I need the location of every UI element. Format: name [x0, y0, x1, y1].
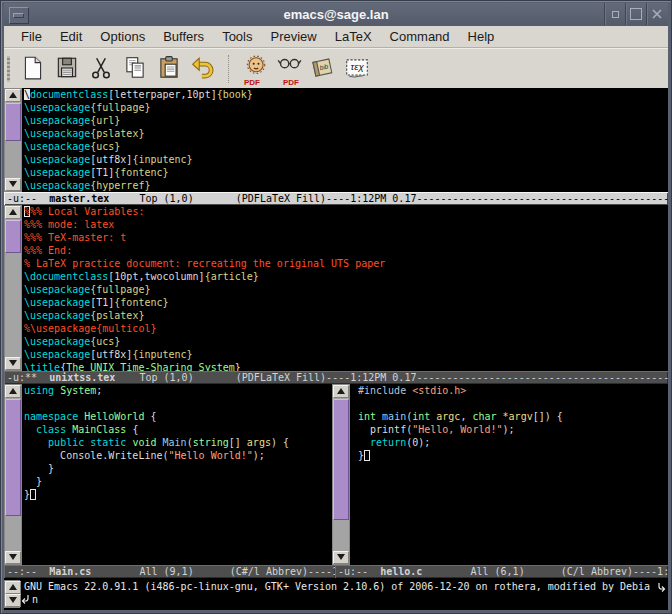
code-line: \usepackage{url} — [24, 114, 668, 127]
menu-preview[interactable]: Preview — [261, 27, 325, 46]
code-line: public static void Main(string[] args) { — [24, 436, 330, 449]
cut-button[interactable] — [87, 53, 115, 85]
emacs-frame: emacs@sage.lan File Edit Options Buffers… — [0, 0, 672, 614]
titlebar[interactable]: emacs@sage.lan — [4, 3, 668, 27]
code-line: %%% End: — [24, 244, 668, 257]
arrow-down-icon — [9, 181, 17, 187]
arrow-up-icon — [9, 388, 17, 394]
window-unixtss-tex: %%% Local Variables: %%% mode: latex%%% … — [4, 205, 668, 371]
scrollbar-track[interactable] — [333, 398, 349, 551]
scroll-up-button[interactable] — [5, 581, 21, 594]
scroll-up-button[interactable] — [5, 206, 21, 219]
code-line: int main(int argc, char *argv[]) { — [358, 410, 668, 423]
code-line: \usepackage{ucs} — [24, 335, 668, 348]
scrollbar-thumb[interactable] — [5, 103, 21, 141]
window-menu-button[interactable] — [9, 7, 29, 24]
code-line: %%% Local Variables: — [24, 205, 668, 218]
minibuffer-scrollbar[interactable] — [4, 580, 20, 608]
view-pdf-button[interactable]: PDF — [275, 53, 303, 85]
shade-button[interactable] — [604, 3, 625, 25]
scroll-up-button[interactable] — [333, 385, 349, 398]
maximize-button[interactable] — [625, 3, 646, 25]
code-line: Console.WriteLine("Hello World!"); — [24, 449, 330, 462]
cut-icon — [88, 55, 114, 81]
modeline-unixtss-tex[interactable]: -u:** unixtss.tex Top (1,0) (PDFLaTeX Fi… — [4, 371, 668, 384]
arrow-down-icon — [9, 597, 17, 603]
scrollbar-track[interactable] — [5, 219, 21, 357]
menu-latex[interactable]: LaTeX — [326, 27, 381, 46]
menu-command[interactable]: Command — [381, 27, 459, 46]
scroll-down-button[interactable] — [5, 178, 21, 191]
code-line: namespace HelloWorld { — [24, 410, 330, 423]
buffer-text-hello-c[interactable]: #include <stdio.h>int main(int argc, cha… — [358, 384, 668, 565]
window-menu-icon — [13, 13, 24, 18]
code-line: % LaTeX practice document: recreating th… — [24, 257, 668, 270]
code-line: using System; — [24, 384, 330, 397]
close-button[interactable] — [646, 3, 667, 25]
scrollbar-thumb[interactable] — [5, 220, 21, 253]
menu-tools[interactable]: Tools — [213, 27, 261, 46]
code-line — [24, 397, 330, 410]
latex-to-pdf-button[interactable]: PDF — [241, 53, 269, 85]
modeline-main-cs[interactable]: --:-- Main.cs All (9,1) (C#/l Abbrev)---… — [4, 565, 335, 578]
buffer-text-master-tex[interactable]: \documentclass[letterpaper,10pt]{book}\u… — [24, 88, 668, 192]
minibuffer[interactable]: GNU Emacs 22.0.91.1 (i486-pc-linux-gnu, … — [4, 578, 668, 610]
copy-button[interactable] — [121, 53, 149, 85]
code-line: \usepackage{hyperref} — [24, 179, 668, 192]
scrollbar[interactable] — [4, 88, 22, 192]
code-line: \usepackage[utf8x]{inputenc} — [24, 348, 668, 361]
scroll-down-button[interactable] — [5, 551, 21, 564]
scrollbar-thumb[interactable] — [5, 399, 21, 516]
scroll-up-button[interactable] — [5, 385, 21, 398]
undo-button[interactable] — [189, 53, 217, 85]
buffer-text-unixtss-tex[interactable]: %%% Local Variables: %%% mode: latex%%% … — [24, 205, 668, 371]
scroll-down-button[interactable] — [5, 357, 21, 370]
window-title: emacs@sage.lan — [4, 3, 668, 26]
pdf-label: PDF — [283, 78, 299, 87]
svg-text:τεχ: τεχ — [351, 61, 365, 72]
modeline-hello-c[interactable]: -u:-- hello.c All (6,1) (C/l Abbrev)----… — [335, 565, 668, 578]
paste-icon — [156, 55, 182, 81]
preview-latex-icon: τεχ — [344, 55, 370, 81]
scrollbar-track[interactable] — [5, 102, 21, 178]
scroll-down-button[interactable] — [333, 551, 349, 564]
line-continuation-icon — [657, 582, 666, 593]
close-icon — [651, 8, 663, 20]
menu-help[interactable]: Help — [459, 27, 504, 46]
save-icon — [54, 55, 80, 81]
code-line: \documentclass[10pt,twocolumn]{article} — [24, 270, 668, 283]
code-line: \documentclass[letterpaper,10pt]{book} — [24, 88, 668, 101]
maximize-icon — [630, 8, 642, 20]
bibtex-button[interactable]: bib — [309, 53, 337, 85]
scroll-up-button[interactable] — [5, 89, 21, 102]
arrow-down-icon — [9, 360, 17, 366]
scrollbar-thumb[interactable] — [333, 399, 349, 520]
new-file-button[interactable] — [19, 53, 47, 85]
modeline-master-tex[interactable]: -u:-- master.tex Top (1,0) (PDFLaTeX Fil… — [4, 192, 668, 205]
window-main-cs: using System;namespace HelloWorld { clas… — [4, 384, 332, 565]
menu-options[interactable]: Options — [91, 27, 154, 46]
scrollbar-track[interactable] — [5, 398, 21, 551]
menu-buffers[interactable]: Buffers — [154, 27, 213, 46]
code-line: } — [24, 462, 330, 475]
menu-file[interactable]: File — [12, 27, 51, 46]
buffer-text-main-cs[interactable]: using System;namespace HelloWorld { clas… — [24, 384, 330, 565]
paste-button[interactable] — [155, 53, 183, 85]
toolbar-grip[interactable] — [7, 56, 10, 82]
arrow-down-icon — [9, 554, 17, 560]
new-file-icon — [20, 55, 46, 81]
menu-edit[interactable]: Edit — [51, 27, 91, 46]
echo-line-1: GNU Emacs 22.0.91.1 (i486-pc-linux-gnu, … — [24, 580, 650, 593]
scrollbar[interactable] — [4, 205, 22, 371]
window-controls — [604, 3, 667, 26]
code-line: #include <stdio.h> — [358, 384, 668, 397]
scrollbar[interactable] — [332, 384, 350, 565]
save-button[interactable] — [53, 53, 81, 85]
code-line: %%% TeX-master: t — [24, 231, 668, 244]
toolbar: PDF PDF bib τεχ — [4, 48, 668, 88]
preview-latex-button[interactable]: τεχ — [343, 53, 371, 85]
shade-icon — [612, 11, 619, 18]
scroll-down-button[interactable] — [5, 594, 21, 607]
arrow-down-icon — [337, 554, 345, 560]
scrollbar[interactable] — [4, 384, 22, 565]
